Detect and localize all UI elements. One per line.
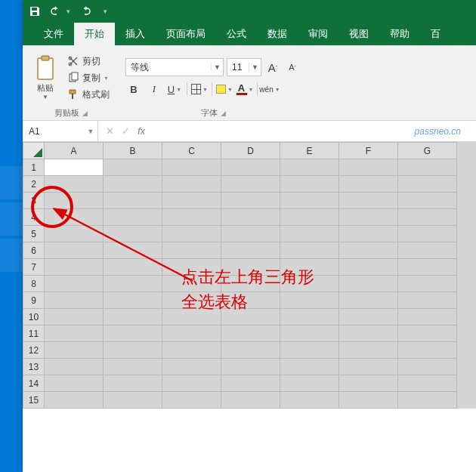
cell[interactable] <box>104 392 162 409</box>
cell[interactable] <box>280 342 339 359</box>
cut-button[interactable]: 剪切 <box>65 54 112 69</box>
cell[interactable] <box>280 292 339 309</box>
column-header[interactable]: F <box>339 143 398 159</box>
cell[interactable] <box>339 226 398 242</box>
cell[interactable] <box>104 276 162 292</box>
column-header[interactable]: C <box>162 143 221 159</box>
cell[interactable] <box>104 292 162 309</box>
row-header[interactable]: 3 <box>23 193 45 209</box>
decrease-font-button[interactable]: Aˇ <box>284 59 301 76</box>
cell[interactable] <box>162 276 221 292</box>
cell[interactable] <box>398 259 457 276</box>
italic-button[interactable]: I <box>146 81 162 97</box>
row-header[interactable]: 10 <box>23 309 45 325</box>
row-header[interactable]: 12 <box>23 342 45 359</box>
cell[interactable] <box>398 159 457 176</box>
row-header[interactable]: 14 <box>23 375 45 392</box>
cell[interactable] <box>339 176 398 193</box>
increase-font-button[interactable]: Aˆ <box>264 59 281 76</box>
cell[interactable] <box>221 159 280 176</box>
redo-icon[interactable] <box>79 5 91 17</box>
tab-view[interactable]: 视图 <box>338 23 379 45</box>
name-box[interactable]: A1 ▼ <box>23 121 98 141</box>
cell[interactable] <box>162 309 221 325</box>
cell[interactable] <box>45 392 104 409</box>
cell[interactable] <box>162 392 221 409</box>
cell[interactable] <box>280 159 339 176</box>
format-painter-button[interactable]: 格式刷 <box>65 88 112 102</box>
cell[interactable] <box>45 276 104 292</box>
cell[interactable] <box>398 342 457 359</box>
cell[interactable] <box>280 209 339 226</box>
paste-button[interactable]: 粘贴 ▼ <box>30 54 60 102</box>
cell[interactable] <box>45 209 104 226</box>
cell[interactable] <box>104 375 162 392</box>
cell[interactable] <box>162 292 221 309</box>
cell[interactable] <box>339 309 398 325</box>
cell[interactable] <box>339 342 398 359</box>
font-name-combo[interactable]: 等线 ▼ <box>125 58 224 76</box>
save-icon[interactable] <box>29 5 41 17</box>
cell[interactable] <box>398 309 457 325</box>
cell[interactable] <box>339 193 398 209</box>
cell[interactable] <box>162 159 221 176</box>
row-header[interactable]: 9 <box>23 292 45 309</box>
cell[interactable] <box>162 193 221 209</box>
column-header[interactable]: E <box>280 143 339 159</box>
cell[interactable] <box>45 176 104 193</box>
cell[interactable] <box>162 209 221 226</box>
cell[interactable] <box>104 325 162 342</box>
cell[interactable] <box>280 309 339 325</box>
underline-button[interactable]: U▼ <box>166 81 183 97</box>
cell[interactable] <box>398 375 457 392</box>
cell[interactable] <box>162 359 221 375</box>
cell[interactable] <box>162 375 221 392</box>
cell[interactable] <box>221 375 280 392</box>
cell[interactable] <box>221 259 280 276</box>
row-header[interactable]: 11 <box>23 325 45 342</box>
cell[interactable] <box>339 276 398 292</box>
cell[interactable] <box>398 209 457 226</box>
cell[interactable] <box>398 325 457 342</box>
spreadsheet-grid[interactable]: ABCDEFG123456789101112131415 <box>23 142 476 409</box>
qat-customize-icon[interactable]: ▾ <box>104 8 107 15</box>
cell[interactable] <box>339 292 398 309</box>
tab-formulas[interactable]: 公式 <box>216 23 257 45</box>
copy-button[interactable]: 复制 ▼ <box>65 71 112 85</box>
column-header[interactable]: A <box>45 143 104 159</box>
cell[interactable] <box>45 292 104 309</box>
cell[interactable] <box>280 325 339 342</box>
cancel-icon[interactable]: ✕ <box>106 125 114 137</box>
select-all-corner[interactable] <box>23 143 45 159</box>
cell[interactable] <box>280 226 339 242</box>
cell[interactable] <box>162 242 221 259</box>
cell[interactable] <box>221 309 280 325</box>
cell[interactable] <box>221 325 280 342</box>
cell[interactable] <box>339 359 398 375</box>
cell[interactable] <box>45 242 104 259</box>
tab-data[interactable]: 数据 <box>257 23 298 45</box>
cell[interactable] <box>280 176 339 193</box>
cell[interactable] <box>162 325 221 342</box>
cell[interactable] <box>104 342 162 359</box>
cell[interactable] <box>339 259 398 276</box>
cell[interactable] <box>280 259 339 276</box>
cell[interactable] <box>339 325 398 342</box>
cell[interactable] <box>104 242 162 259</box>
chevron-down-icon[interactable]: ▼ <box>84 128 97 135</box>
row-header[interactable]: 7 <box>23 259 45 276</box>
tab-page-layout[interactable]: 页面布局 <box>156 23 216 45</box>
font-color-button[interactable]: A▼ <box>236 81 253 97</box>
cell[interactable] <box>221 276 280 292</box>
cell[interactable] <box>45 259 104 276</box>
cell[interactable] <box>45 359 104 375</box>
cell[interactable] <box>398 392 457 409</box>
row-header[interactable]: 2 <box>23 176 45 193</box>
phonetic-button[interactable]: wén▼ <box>261 81 278 97</box>
cell[interactable] <box>398 193 457 209</box>
cell[interactable] <box>221 209 280 226</box>
cell[interactable] <box>221 193 280 209</box>
chevron-down-icon[interactable]: ▼ <box>211 63 223 71</box>
row-header[interactable]: 1 <box>23 159 45 176</box>
cell[interactable] <box>45 193 104 209</box>
